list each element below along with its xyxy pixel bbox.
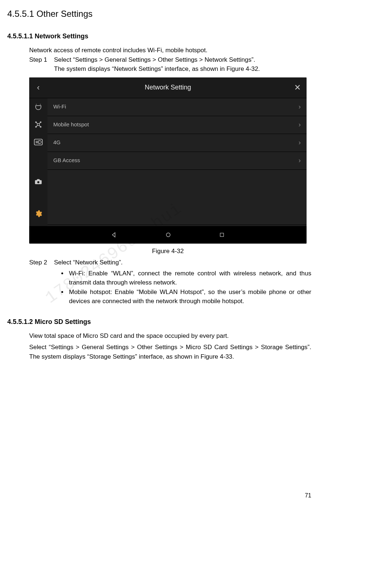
svg-rect-8: [220, 233, 223, 236]
drone-icon[interactable]: [33, 116, 44, 133]
list-item[interactable]: 4G ›: [47, 134, 307, 152]
svg-point-6: [37, 181, 39, 183]
step2-label: Step 2: [29, 258, 54, 267]
close-icon[interactable]: ✕: [288, 81, 307, 93]
svg-point-7: [166, 233, 170, 237]
subsection1-title: Network Settings: [35, 33, 88, 40]
nav-recent-icon[interactable]: [219, 232, 225, 238]
list-item[interactable]: Wi-Fi ›: [47, 98, 307, 116]
list-item: Wi-Fi: Enable “WLAN”, connect the remote…: [68, 269, 311, 287]
chevron-right-icon: ›: [299, 102, 301, 112]
figure-caption: Figure 4-32: [29, 247, 307, 256]
nav-home-icon[interactable]: [165, 232, 172, 238]
step1-line1: Select “Settings > General Settings > Ot…: [54, 55, 311, 65]
subsection2-number: 4.5.5.1.2: [7, 318, 33, 325]
list-item-label: Mobile hotspot: [53, 121, 299, 129]
back-icon[interactable]: ‹: [29, 81, 47, 93]
list-item[interactable]: GB Access ›: [47, 152, 307, 170]
subsection2-p2: Select “Settings > General Settings > Ot…: [29, 343, 311, 361]
list-item-label: GB Access: [53, 156, 299, 165]
list-item[interactable]: Mobile hotspot ›: [47, 116, 307, 134]
page-number: 71: [305, 491, 311, 500]
subsection2-heading: 4.5.5.1.2 Micro SD Settings: [7, 317, 311, 327]
android-navbar: [29, 226, 307, 244]
subsection1-heading: 4.5.5.1.1 Network Settings: [7, 31, 311, 41]
gear-icon[interactable]: [33, 205, 44, 222]
camera-icon[interactable]: [33, 173, 44, 190]
hd-icon[interactable]: [33, 133, 44, 151]
screenshot-sidebar: [29, 98, 47, 226]
step1-row: Step 1 Select “Settings > General Settin…: [29, 55, 311, 74]
subsection1-number: 4.5.5.1.1: [7, 33, 33, 40]
list-item-label: Wi-Fi: [53, 103, 299, 111]
chevron-right-icon: ›: [299, 156, 301, 165]
bullet-list: Wi-Fi: Enable “WLAN”, connect the remote…: [7, 269, 311, 306]
chevron-right-icon: ›: [299, 138, 301, 148]
list-item: Mobile hotspot: Enable “Mobile WLAN Hots…: [68, 287, 311, 306]
list-item-label: 4G: [53, 138, 299, 147]
step2-row: Step 2 Select “Network Setting”.: [29, 258, 311, 267]
chevron-right-icon: ›: [299, 120, 301, 130]
figure-4-32-screenshot: ‹ Network Setting ✕: [29, 77, 307, 244]
nav-back-icon[interactable]: [111, 232, 118, 238]
screenshot-topbar: ‹ Network Setting ✕: [29, 77, 307, 98]
subsection2-title: Micro SD Settings: [35, 318, 91, 325]
step1-line2: The system displays “Network Settings” i…: [54, 64, 311, 74]
subsection1-intro: Network access of remote control include…: [29, 46, 311, 55]
step1-label: Step 1: [29, 55, 54, 74]
screenshot-title: Network Setting: [47, 83, 288, 92]
screenshot-list: Wi-Fi › Mobile hotspot › 4G › GB Access …: [47, 98, 307, 226]
subsection2-p1: View total space of Micro SD card and th…: [29, 331, 311, 341]
section-heading: 4.5.5.1 Other Settings: [7, 7, 311, 20]
remote-icon[interactable]: [33, 98, 44, 116]
step2-text: Select “Network Setting”.: [54, 258, 311, 267]
